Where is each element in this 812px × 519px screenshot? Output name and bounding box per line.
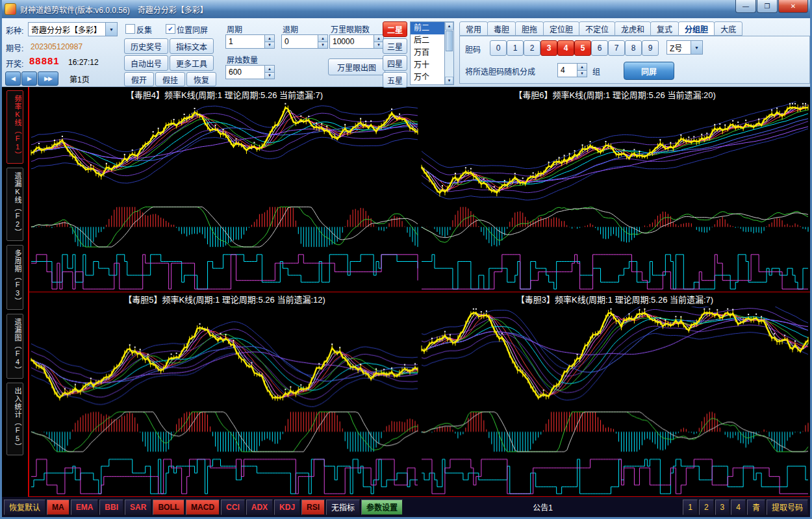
star-button-2[interactable]: 二星	[383, 21, 407, 37]
star-button-4[interactable]: 四星	[383, 55, 407, 71]
tab-fushi[interactable]: 复式	[650, 21, 679, 36]
page-button-3[interactable]: 3	[715, 500, 730, 515]
spin-down-icon[interactable]: ▼	[265, 72, 274, 79]
spin-up-icon[interactable]: ▲	[318, 35, 327, 42]
sidebar-tab-omission-kline[interactable]: 遗漏K线（F2）	[6, 168, 23, 241]
indicator-button-cci[interactable]: CCI	[221, 500, 245, 515]
tab-budingwei[interactable]: 不定位	[579, 21, 615, 36]
sidebar-tab-omission-chart[interactable]: 遗漏图（F4）	[6, 314, 23, 379]
sync-screen-button[interactable]: 同屏	[624, 62, 674, 80]
tab-dingweidan[interactable]: 定位胆	[543, 21, 579, 36]
scrollbar-thumb[interactable]	[446, 31, 453, 51]
spin-down-icon[interactable]: ▼	[374, 42, 383, 49]
danma-button-3[interactable]: 3	[540, 40, 557, 56]
qing-button[interactable]: 青	[747, 500, 765, 515]
spin-up-icon[interactable]: ▲	[265, 66, 274, 72]
list-item[interactable]: 前二	[411, 22, 444, 34]
retreat-spinner[interactable]: 0 ▲▼	[281, 34, 328, 49]
indicator-button-sar[interactable]: SAR	[125, 500, 151, 515]
group-count-value[interactable]: 4	[558, 64, 577, 77]
sidebar-tab-frequency-kline[interactable]: 频率K线（F1）	[6, 90, 23, 164]
tab-changyong[interactable]: 常用	[459, 21, 488, 36]
danma-button-6[interactable]: 6	[591, 40, 608, 56]
tab-dadi[interactable]: 大底	[714, 21, 742, 36]
danma-button-2[interactable]: 2	[524, 40, 540, 56]
tab-fenzudan[interactable]: 分组胆	[678, 21, 715, 36]
list-item[interactable]: 万百	[411, 47, 444, 59]
period-spinner[interactable]: 1 ▲▼	[225, 34, 275, 49]
indicator-button-macd[interactable]: MACD	[186, 500, 220, 515]
next-page-button[interactable]: ▶	[21, 71, 37, 86]
maximize-button[interactable]: ❐	[757, 0, 778, 13]
kline-chart[interactable]	[29, 101, 420, 292]
reset-defaults-button[interactable]: 恢复默认	[4, 500, 45, 515]
danma-button-5[interactable]: 5	[574, 40, 591, 56]
eye-chart-button[interactable]: 万里眼出图	[328, 58, 385, 75]
listbox-scrollbar[interactable]: ▲ ▼	[444, 22, 453, 84]
sidebar-tab-inout-stats[interactable]: 出入统计（F5）	[6, 383, 23, 455]
minimize-button[interactable]: —	[735, 0, 756, 13]
parameter-settings-button[interactable]: 参数设置	[361, 500, 403, 515]
danma-button-7[interactable]: 7	[608, 40, 625, 56]
list-item[interactable]: 万个	[411, 71, 444, 84]
spin-down-icon[interactable]: ▼	[577, 70, 587, 77]
indicator-button-rsi[interactable]: RSI	[301, 500, 325, 515]
no-indicator-button[interactable]: 无指标	[326, 500, 360, 515]
spin-up-icon[interactable]: ▲	[577, 64, 587, 70]
indicator-button-adx[interactable]: ADX	[246, 500, 273, 515]
star-button-5[interactable]: 五星	[383, 72, 407, 88]
fast-forward-button[interactable]: ▶▶	[38, 71, 58, 86]
spin-down-icon[interactable]: ▼	[318, 42, 327, 49]
eye-periods-spinner[interactable]: 10000 ▲▼	[329, 34, 384, 49]
list-item[interactable]: 后二	[411, 34, 444, 47]
danma-button-1[interactable]: 1	[507, 40, 524, 56]
fake-hang-button[interactable]: 假挂	[155, 72, 185, 86]
list-item[interactable]: 万十	[411, 59, 444, 71]
scroll-up-icon[interactable]: ▲	[445, 22, 453, 30]
group-count-spinner[interactable]: 4 ▲▼	[557, 63, 587, 77]
tab-dantuo[interactable]: 胆拖	[515, 21, 544, 36]
spin-up-icon[interactable]: ▲	[265, 35, 274, 42]
fake-open-button[interactable]: 假开	[124, 72, 154, 86]
position-sync-checkbox[interactable]: ✔	[166, 24, 175, 34]
close-button[interactable]: ✕	[778, 0, 808, 13]
danma-button-4[interactable]: 4	[557, 40, 574, 56]
indicator-button-boll[interactable]: BOLL	[153, 500, 184, 515]
invert-checkbox[interactable]: ✔	[125, 24, 135, 34]
history-numbers-button[interactable]: 历史奖号	[124, 38, 168, 54]
retreat-value[interactable]: 0	[282, 35, 318, 48]
restore-button[interactable]: 恢复	[186, 72, 216, 86]
danma-button-9[interactable]: 9	[642, 40, 659, 56]
notice-label[interactable]: 公告1	[533, 501, 553, 513]
scroll-down-icon[interactable]: ▼	[445, 77, 453, 84]
indicator-button-bbi[interactable]: BBI	[99, 500, 123, 515]
tab-longhuhe[interactable]: 龙虎和	[615, 21, 651, 36]
kline-chart[interactable]	[29, 307, 420, 497]
kline-chart[interactable]	[420, 307, 810, 497]
indicator-button-kdj[interactable]: KDJ	[274, 500, 300, 515]
page-button-2[interactable]: 2	[699, 500, 714, 515]
sidebar-tab-multi-period[interactable]: 多周期（F3）	[6, 245, 23, 310]
auto-number-button[interactable]: 自动出号	[124, 55, 168, 71]
spin-up-icon[interactable]: ▲	[374, 35, 383, 42]
candle-count-spinner[interactable]: 600 ▲▼	[225, 65, 275, 79]
page-button-4[interactable]: 4	[731, 500, 746, 515]
star-button-3[interactable]: 三星	[383, 38, 407, 54]
znum-select[interactable]: Z号 ▼	[666, 40, 703, 55]
extract-numbers-button[interactable]: 提取号码	[767, 500, 808, 515]
prev-page-button[interactable]: ◀	[5, 71, 21, 86]
kline-chart[interactable]	[420, 101, 810, 292]
candle-count-value[interactable]: 600	[226, 66, 264, 79]
indicator-button-ma[interactable]: MA	[47, 500, 70, 515]
indicator-button-ema[interactable]: EMA	[71, 500, 99, 515]
lottery-select[interactable]: 奇趣分分彩【多彩】 ▼	[28, 22, 118, 36]
danma-button-8[interactable]: 8	[625, 40, 642, 56]
eye-periods-value[interactable]: 10000	[330, 35, 374, 48]
indicator-text-button[interactable]: 指标文本	[170, 38, 214, 54]
page-button-1[interactable]: 1	[683, 500, 698, 515]
tab-dudan[interactable]: 毒胆	[487, 21, 516, 36]
more-tools-button[interactable]: 更多工具	[170, 55, 214, 71]
spin-down-icon[interactable]: ▼	[265, 42, 274, 49]
danma-button-0[interactable]: 0	[490, 40, 507, 56]
period-value[interactable]: 1	[226, 35, 264, 48]
